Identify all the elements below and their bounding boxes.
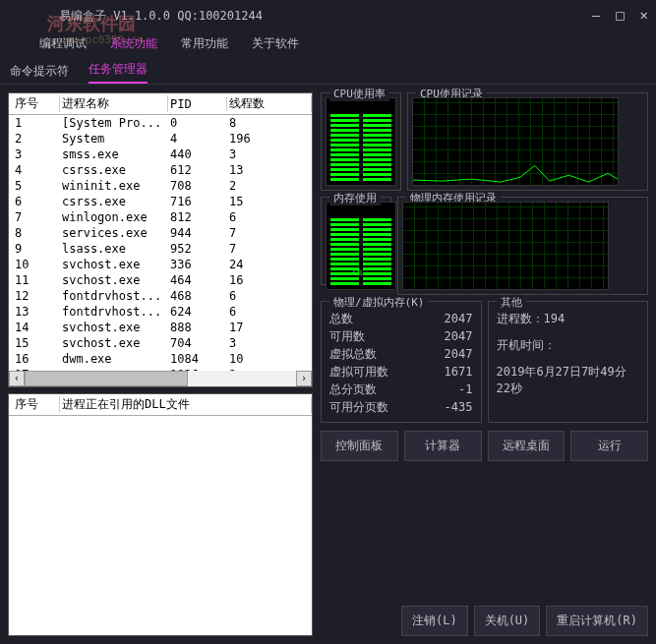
process-list-body[interactable]: 1[System Pro...082System41963smss.exe440…: [9, 115, 312, 371]
table-row[interactable]: 8services.exe9447: [9, 225, 312, 241]
cpu-history-box: CPU使用记录: [407, 92, 648, 191]
process-list[interactable]: 序号进程名称PID线程数 1[System Pro...082System419…: [8, 92, 313, 387]
table-row[interactable]: 4csrss.exe61213: [9, 162, 312, 178]
memory-info-panel: 物理/虚拟内存(K) 总数2047可用数2047虚拟总数2047虚拟可用数167…: [321, 301, 482, 423]
horizontal-scrollbar[interactable]: ‹ ›: [9, 371, 312, 386]
menubar: 编程调试系统功能常用功能关于软件: [0, 29, 656, 57]
table-row[interactable]: 3smss.exe4403: [9, 146, 312, 162]
table-row[interactable]: 16dwm.exe108410: [9, 351, 312, 367]
cpu-usage-label: CPU使用率: [329, 87, 389, 101]
table-row[interactable]: 12fontdrvhost...4686: [9, 288, 312, 304]
table-row[interactable]: 1[System Pro...08: [9, 115, 312, 131]
cpu-history-graph: [412, 97, 619, 186]
memory-info-title: 物理/虚拟内存(K): [329, 295, 429, 310]
column-header[interactable]: 序号: [13, 95, 60, 112]
column-header[interactable]: 序号: [13, 396, 60, 413]
column-header[interactable]: 进程正在引用的DLL文件: [60, 396, 312, 413]
close-button[interactable]: ✕: [640, 7, 648, 23]
process-count-row: 进程数：194: [497, 310, 640, 327]
info-row: 可用数2047: [329, 327, 473, 345]
power-button[interactable]: 注销(L): [401, 606, 468, 636]
mem-usage-label: 内存使用: [329, 191, 381, 205]
tab-1[interactable]: 任务管理器: [89, 61, 148, 84]
table-row[interactable]: 2System4196: [9, 131, 312, 146]
other-info-panel: 其他 进程数：194 开机时间： 2019年6月27日7时49分22秒: [488, 301, 649, 423]
action-button[interactable]: 远程桌面: [488, 431, 566, 461]
info-row: 虚拟可用数1671: [329, 363, 473, 381]
power-button[interactable]: 关机(U): [474, 606, 541, 636]
column-header[interactable]: 线程数: [227, 95, 312, 112]
boot-time-value: 2019年6月27日7时49分22秒: [497, 364, 640, 397]
table-row[interactable]: 5wininit.exe7082: [9, 178, 312, 194]
column-header[interactable]: 进程名称: [60, 95, 168, 112]
mem-history-graph: [402, 202, 609, 290]
cpu-usage-bars: [326, 97, 396, 186]
menu-item-0[interactable]: 编程调试: [39, 35, 87, 52]
power-button[interactable]: 重启计算机(R): [546, 606, 648, 636]
menu-item-3[interactable]: 关于软件: [252, 35, 299, 52]
table-row[interactable]: 11svchost.exe46416: [9, 272, 312, 288]
mem-percent: 2%: [322, 265, 390, 278]
window-controls: — □ ✕: [592, 7, 648, 23]
scroll-right-button[interactable]: ›: [296, 371, 312, 386]
tabbar: 命令提示符任务管理器: [0, 57, 656, 85]
info-row: 总数2047: [329, 310, 473, 327]
info-row: 虚拟总数2047: [329, 345, 473, 363]
titlebar: 易编盒子 V1.1.0.0 QQ:100201244 — □ ✕: [0, 0, 656, 29]
maximize-button[interactable]: □: [616, 7, 624, 23]
action-button[interactable]: 计算器: [404, 431, 482, 461]
table-row[interactable]: 14svchost.exe88817: [9, 320, 312, 335]
other-info-title: 其他: [497, 295, 526, 310]
dll-list[interactable]: 序号进程正在引用的DLL文件: [8, 393, 313, 636]
dll-list-header: 序号进程正在引用的DLL文件: [9, 394, 312, 416]
scroll-left-button[interactable]: ‹: [9, 371, 25, 386]
table-row[interactable]: 15svchost.exe7043: [9, 335, 312, 351]
info-row: 总分页数-1: [329, 381, 473, 398]
mem-usage-box: 内存使用 2%: [321, 197, 391, 285]
table-row[interactable]: 13fontdrvhost...6246: [9, 304, 312, 320]
menu-item-1[interactable]: 系统功能: [110, 35, 157, 52]
table-row[interactable]: 9lsass.exe9527: [9, 241, 312, 257]
menu-item-2[interactable]: 常用功能: [181, 35, 228, 52]
scroll-track[interactable]: [25, 371, 296, 386]
app-title: 易编盒子 V1.1.0.0 QQ:100201244: [59, 8, 263, 25]
boot-time-label: 开机时间：: [497, 337, 640, 354]
minimize-button[interactable]: —: [592, 7, 600, 23]
action-button[interactable]: 控制面板: [321, 431, 398, 461]
scroll-thumb[interactable]: [25, 371, 188, 386]
action-button[interactable]: 运行: [570, 431, 648, 461]
tab-0[interactable]: 命令提示符: [10, 63, 69, 84]
process-list-header: 序号进程名称PID线程数: [9, 93, 312, 115]
table-row[interactable]: 7winlogon.exe8126: [9, 209, 312, 225]
column-header[interactable]: PID: [168, 97, 227, 111]
table-row[interactable]: 10svchost.exe33624: [9, 257, 312, 272]
cpu-usage-box: CPU使用率: [321, 92, 401, 191]
mem-history-box: 物理内存使用记录: [397, 197, 648, 295]
info-row: 可用分页数-435: [329, 398, 473, 416]
table-row[interactable]: 6csrss.exe71615: [9, 194, 312, 209]
